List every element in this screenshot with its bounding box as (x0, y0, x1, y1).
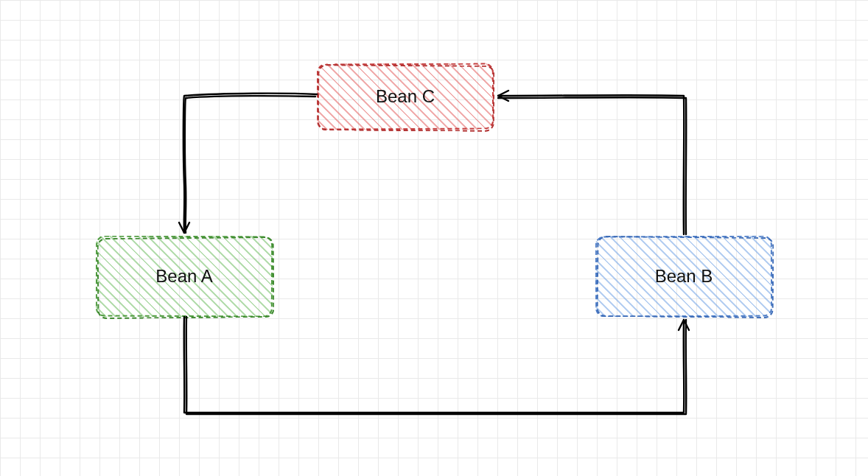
edge-b-to-c (498, 91, 686, 234)
diagram-canvas: Bean C Bean A Bean B (0, 0, 868, 476)
node-bean-a[interactable]: Bean A (96, 236, 273, 317)
node-label: Bean A (148, 265, 220, 288)
node-label: Bean C (368, 85, 442, 108)
node-bean-c[interactable]: Bean C (317, 63, 494, 130)
edge-c-to-a (179, 94, 317, 233)
node-label: Bean B (648, 265, 721, 288)
edge-a-to-b (184, 317, 689, 415)
node-bean-b[interactable]: Bean B (595, 236, 772, 317)
